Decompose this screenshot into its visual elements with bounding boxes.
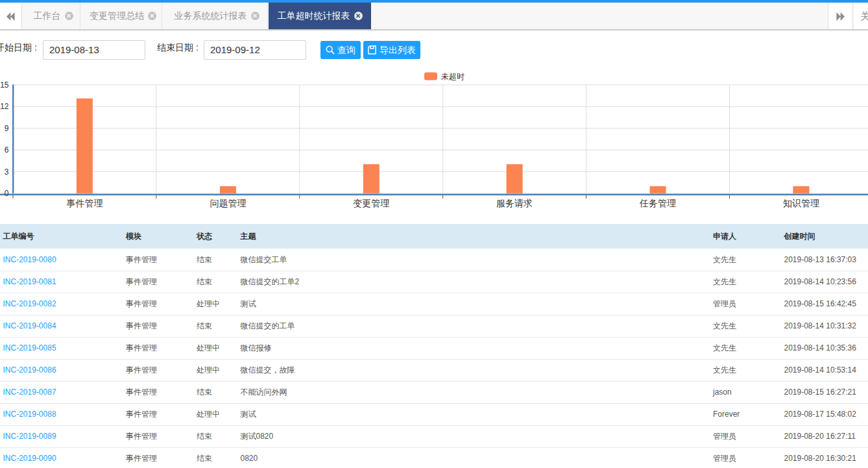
svg-text:事件管理: 事件管理 (66, 198, 102, 208)
svg-text:未超时: 未超时 (441, 72, 464, 81)
svg-text:15: 15 (0, 80, 9, 90)
svg-text:服务请求: 服务请求 (496, 198, 533, 208)
svg-text:问题管理: 问题管理 (210, 198, 246, 208)
svg-text:3: 3 (5, 167, 9, 177)
svg-text:任务管理: 任务管理 (639, 198, 676, 208)
svg-text:变更管理: 变更管理 (353, 198, 389, 208)
svg-text:9: 9 (5, 124, 9, 133)
svg-text:知识管理: 知识管理 (783, 198, 819, 208)
svg-text:6: 6 (5, 145, 9, 154)
svg-text:12: 12 (0, 102, 9, 111)
svg-text:0: 0 (5, 189, 9, 198)
